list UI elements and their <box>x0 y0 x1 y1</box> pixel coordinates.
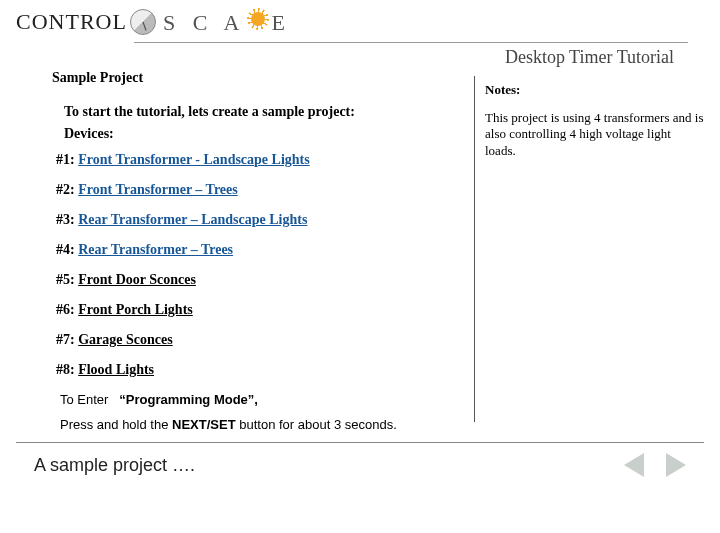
prog-prefix: To Enter <box>60 392 108 407</box>
prog-mode: “Programming Mode”, <box>119 392 258 407</box>
notes-body: This project is using 4 transformers and… <box>485 110 704 159</box>
prog-instr-bold: NEXT/SET <box>172 417 236 432</box>
device-number: #1: <box>56 152 78 167</box>
device-row: #1: Front Transformer - Landscape Lights <box>56 152 464 168</box>
brand-right: S C AE <box>163 8 291 36</box>
doc-title: Desktop Timer Tutorial <box>16 43 704 70</box>
brand-logo: CONTROL S C AE <box>16 8 704 36</box>
device-label: Flood Lights <box>78 362 154 377</box>
device-label: Front Door Sconces <box>78 272 196 287</box>
device-number: #3: <box>56 212 78 227</box>
device-number: #7: <box>56 332 78 347</box>
next-arrow-icon[interactable] <box>666 453 686 477</box>
programming-block: To Enter “Programming Mode”, Press and h… <box>60 392 464 432</box>
device-link[interactable]: Rear Transformer – Landscape Lights <box>78 212 307 227</box>
sun-icon <box>247 8 269 30</box>
device-list: #1: Front Transformer - Landscape Lights… <box>56 152 464 378</box>
device-row: #3: Rear Transformer – Landscape Lights <box>56 212 464 228</box>
device-row: #6: Front Porch Lights <box>56 302 464 318</box>
prog-instr-post: button for about 3 seconds. <box>236 417 397 432</box>
device-number: #4: <box>56 242 78 257</box>
intro-text: To start the tutorial, lets create a sam… <box>64 104 464 120</box>
device-label: Garage Sconces <box>78 332 172 347</box>
header: CONTROL S C AE Desktop Timer Tutorial <box>0 0 720 70</box>
devices-header: Devices: <box>64 126 464 142</box>
slide-title: Sample Project <box>52 70 464 86</box>
footer-text: A sample project …. <box>34 455 195 476</box>
device-link[interactable]: Rear Transformer – Trees <box>78 242 233 257</box>
device-number: #5: <box>56 272 78 287</box>
device-number: #8: <box>56 362 78 377</box>
device-link[interactable]: Front Transformer - Landscape Lights <box>78 152 310 167</box>
device-row: #5: Front Door Sconces <box>56 272 464 288</box>
footer: A sample project …. <box>0 443 720 477</box>
device-row: #7: Garage Sconces <box>56 332 464 348</box>
device-link[interactable]: Front Transformer – Trees <box>78 182 238 197</box>
notes-header: Notes: <box>485 82 704 98</box>
nav-arrows <box>624 453 686 477</box>
device-number: #2: <box>56 182 78 197</box>
device-row: #4: Rear Transformer – Trees <box>56 242 464 258</box>
device-label: Front Porch Lights <box>78 302 193 317</box>
content: Sample Project To start the tutorial, le… <box>0 70 720 432</box>
clock-icon <box>130 9 156 35</box>
main-column: Sample Project To start the tutorial, le… <box>16 70 474 432</box>
prog-instr-pre: Press and hold the <box>60 417 172 432</box>
brand-left: CONTROL <box>16 9 127 35</box>
device-row: #2: Front Transformer – Trees <box>56 182 464 198</box>
notes-column: Notes: This project is using 4 transform… <box>474 76 704 422</box>
prev-arrow-icon[interactable] <box>624 453 644 477</box>
device-number: #6: <box>56 302 78 317</box>
device-row: #8: Flood Lights <box>56 362 464 378</box>
